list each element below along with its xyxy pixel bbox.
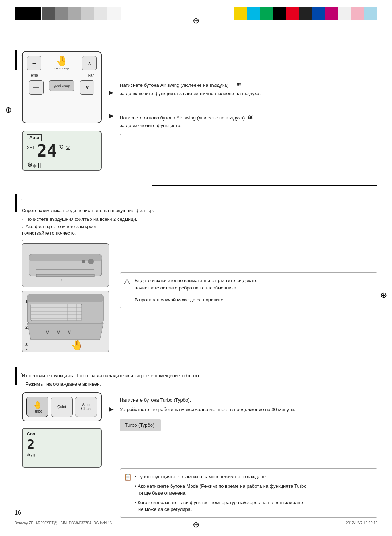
turbo-button: 🤚 Turbo: [26, 397, 48, 417]
hand-swipe-icon: 🤚: [56, 56, 68, 66]
section1-text3: ·: [113, 100, 377, 106]
section2-text4: почиствайте го по-често.: [22, 230, 377, 237]
note-text2b: тя ще бъде отменена.: [135, 490, 372, 497]
svg-text:∨: ∨: [56, 329, 61, 335]
svg-text:∨: ∨: [45, 329, 50, 335]
svg-text:🤚: 🤚: [71, 339, 83, 350]
turbo-temp-num: 2: [27, 437, 35, 452]
lcd-unit: °C: [58, 144, 64, 150]
plus-button-icon: +: [27, 56, 41, 70]
fan-label: Fan: [88, 73, 94, 77]
lcd-timer-icon: ⧖: [66, 144, 70, 151]
turbo-hand-icon: 🤚: [33, 401, 42, 409]
minus-button-icon: —: [29, 80, 44, 95]
warning-text4: В противен случай може да се наранитe.: [135, 296, 372, 304]
air-swing-text4: за да изключите функцията.: [120, 123, 181, 128]
air-swing-text1: Натиснете бутона Air swing (люлеене на в…: [120, 82, 242, 88]
section2-text1: Спрете климатика преди почистване на въз…: [22, 207, 377, 214]
turbo-lcd-temp: 2: [27, 438, 97, 451]
quiet-button: Quiet: [51, 397, 73, 417]
warning-content: ⚠ Бъдете изключително внимателни с пръст…: [120, 272, 377, 308]
auto-clean-label2: Clean: [81, 407, 91, 411]
note-document-icon: 📋: [124, 473, 132, 481]
section2-text3: › Ако филтърът е много замърсен,: [22, 223, 377, 230]
svg-text:2: 2: [25, 325, 28, 329]
turbo-remote-control: 🤚 Turbo Quiet Auto Clean: [22, 392, 102, 421]
section2-text5: ·: [22, 237, 377, 243]
filter-clean-text3: Ако филтърът е много замърсен,: [26, 224, 99, 229]
footer-date: 2012-12-7 15:26:15: [346, 521, 377, 525]
section1-text4: Натиснете отново бутона Air swing (люлее…: [120, 113, 377, 122]
section1-text6: ·: [120, 131, 377, 137]
turbo-highlight-text: Turbo (Турбо).: [120, 419, 161, 431]
ac-unit-top-illustration: ↕: [22, 243, 109, 287]
svg-text:↕: ↕: [61, 278, 63, 282]
quiet-button-label: Quiet: [57, 405, 66, 409]
section3-top-divider: [152, 360, 377, 360]
temp-label: Temp: [29, 73, 38, 77]
turbo-text1: Натиснете бутона Turbo (Турбо).: [120, 397, 377, 404]
section1-divider: [152, 185, 377, 186]
svg-rect-9: [27, 294, 103, 302]
turbo-highlight-box: Turbo (Турбо).: [120, 419, 377, 431]
lcd-display-section1: Auto SET 24 °C ⧖ ❄⁎॥: [22, 131, 102, 171]
footer-filename: Boracay ZE_AR09FSFT@_IBIM_DB68-03378A_BG…: [15, 521, 112, 525]
warning-text3: ·: [135, 292, 372, 296]
turbo-intro-text2: Режимът на охлаждане е активен.: [25, 381, 101, 387]
turbo-press-text: Натиснете бутона Turbo (Турбо).: [120, 397, 191, 403]
warning-text1: Бъдете изключително внимателни с пръстит…: [135, 277, 372, 284]
turbo-arrow-bullet: ▶: [109, 406, 113, 413]
lcd-mode-auto: Auto: [27, 134, 42, 141]
lcd-set-label: SET: [27, 145, 34, 150]
section1-bar: [15, 50, 17, 70]
svg-text:∨: ∨: [67, 329, 72, 335]
turbo-lcd-mode: Cool: [27, 431, 97, 436]
note-text3b: не може да се регулира.: [135, 506, 372, 513]
black-bars: [15, 7, 41, 20]
registration-mark-top: ⊕: [193, 16, 199, 25]
section1-text1: Натиснете бутона Air swing (люлеене на в…: [120, 80, 377, 90]
note-text1: • Турбо функцията е възможна само в режи…: [135, 473, 372, 480]
warning-triangle-icon: ⚠: [124, 277, 130, 286]
section3-text1: Използвайте функцията Turbo, за да охлад…: [22, 372, 377, 379]
filter-clean-text4: почиствайте го по-често.: [22, 230, 76, 236]
section1-text2: за да включите функцията за автоматично …: [120, 90, 377, 97]
turbo-lcd-icons: ❄⁎॥: [27, 452, 97, 458]
lcd-temperature: 24: [37, 142, 57, 159]
footer: Boracay ZE_AR09FSFT@_IBIM_DB68-03378A_BG…: [15, 518, 377, 525]
turbo-minutes-num: 30: [271, 407, 277, 412]
section2-text2: › Почистете въздушния филтър на всеки 2 …: [22, 216, 377, 223]
remote-control-illustration: + 🤚 good sleep ∧ Temp Fan — good sleep ∨: [22, 51, 102, 123]
page-number: 16: [15, 509, 21, 516]
section2-bar: [15, 194, 17, 212]
turbo-highlight-label: Turbo (Турбо).: [125, 422, 156, 428]
remote-buttons-row: + 🤚 good sleep ∧: [27, 56, 97, 70]
gray-bars: [42, 7, 121, 20]
top-color-bar: ⊕: [0, 7, 392, 20]
arrow-bullet-2: ▶: [109, 113, 113, 119]
warning-text2: почиствате острите ребра на топлообменни…: [135, 284, 372, 292]
good-sleep-button: good sleep: [49, 80, 74, 91]
auto-clean-button: Auto Clean: [75, 397, 97, 417]
top-right-divider: [152, 40, 377, 40]
color-bars-right: [234, 7, 377, 20]
auto-clean-label1: Auto: [82, 403, 90, 407]
ac-unit-filter-svg: ∨ ∨ ∨ 🤚 1 2 3 4: [24, 292, 107, 350]
svg-rect-10: [31, 304, 82, 321]
filter-clean-text2: Почистете въздушния филтър на всеки 2 се…: [26, 216, 138, 222]
fan-down-icon: ∨: [80, 80, 94, 95]
turbo-lcd-display: Cool 2 ❄⁎॥: [22, 428, 102, 468]
reg-mark-right-mid: ⊕: [380, 291, 387, 300]
note-text3: • Когато използвате тази функция, темпер…: [135, 499, 372, 506]
section3-bar: [15, 367, 17, 385]
turbo-button-label: Turbo: [33, 409, 42, 413]
svg-text:1: 1: [25, 300, 28, 304]
svg-text:3: 3: [25, 342, 28, 347]
ac-unit-filter-illustration: ∨ ∨ ∨ 🤚 1 2 3 4: [22, 291, 109, 352]
fan-up-icon: ∧: [82, 56, 97, 70]
arrow-bullet-1: ▶: [109, 89, 113, 96]
section1-text5: за да изключите функцията.: [120, 122, 377, 129]
svg-point-2: [88, 259, 94, 264]
air-swing-text3: Натиснете отново бутона Air swing (люлее…: [120, 115, 253, 121]
filter-clean-text1: Спрете климатика преди почистване на въз…: [22, 208, 154, 213]
